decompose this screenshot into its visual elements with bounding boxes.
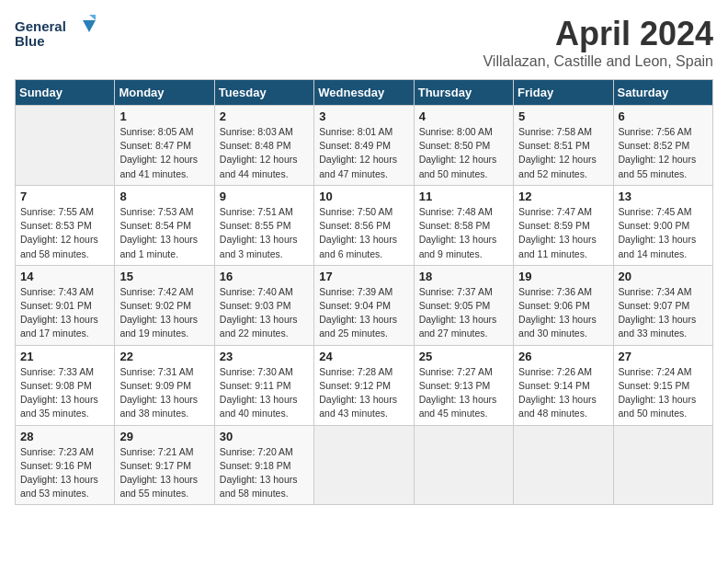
weekday-header-saturday: Saturday <box>613 80 712 106</box>
calendar-cell: 11Sunrise: 7:48 AM Sunset: 8:58 PM Dayli… <box>414 185 513 265</box>
day-number: 17 <box>319 270 408 283</box>
day-info: Sunrise: 8:00 AM Sunset: 8:50 PM Dayligh… <box>419 125 508 181</box>
calendar-cell <box>613 425 712 505</box>
day-number: 18 <box>419 270 508 283</box>
calendar-cell: 24Sunrise: 7:28 AM Sunset: 9:12 PM Dayli… <box>314 345 414 425</box>
day-number: 22 <box>119 350 209 363</box>
day-number: 16 <box>220 270 309 283</box>
day-number: 13 <box>619 190 708 203</box>
day-number: 3 <box>319 109 408 123</box>
day-info: Sunrise: 7:34 AM Sunset: 9:07 PM Dayligh… <box>619 285 708 341</box>
day-number: 30 <box>220 430 309 443</box>
day-number: 5 <box>518 109 608 123</box>
calendar-cell: 5Sunrise: 7:58 AM Sunset: 8:51 PM Daylig… <box>514 106 613 186</box>
day-info: Sunrise: 8:05 AM Sunset: 8:47 PM Dayligh… <box>119 125 209 181</box>
logo: General Blue <box>15 15 97 55</box>
day-info: Sunrise: 7:40 AM Sunset: 9:03 PM Dayligh… <box>220 285 309 341</box>
calendar-cell: 2Sunrise: 8:03 AM Sunset: 8:48 PM Daylig… <box>214 106 313 186</box>
day-info: Sunrise: 7:33 AM Sunset: 9:08 PM Dayligh… <box>20 365 109 421</box>
calendar-cell: 16Sunrise: 7:40 AM Sunset: 9:03 PM Dayli… <box>214 265 313 345</box>
calendar-cell: 8Sunrise: 7:53 AM Sunset: 8:54 PM Daylig… <box>115 185 214 265</box>
weekday-header-sunday: Sunday <box>16 80 115 106</box>
calendar-cell: 29Sunrise: 7:21 AM Sunset: 9:17 PM Dayli… <box>115 425 214 505</box>
day-info: Sunrise: 7:28 AM Sunset: 9:12 PM Dayligh… <box>319 365 408 421</box>
calendar-cell: 15Sunrise: 7:42 AM Sunset: 9:02 PM Dayli… <box>115 265 214 345</box>
day-number: 4 <box>419 109 508 123</box>
weekday-header-monday: Monday <box>115 80 214 106</box>
calendar-cell: 14Sunrise: 7:43 AM Sunset: 9:01 PM Dayli… <box>16 265 115 345</box>
day-number: 9 <box>220 190 309 203</box>
calendar-cell <box>514 425 613 505</box>
calendar-cell: 20Sunrise: 7:34 AM Sunset: 9:07 PM Dayli… <box>613 265 712 345</box>
calendar-cell: 12Sunrise: 7:47 AM Sunset: 8:59 PM Dayli… <box>514 185 613 265</box>
calendar-cell: 30Sunrise: 7:20 AM Sunset: 9:18 PM Dayli… <box>214 425 313 505</box>
day-info: Sunrise: 7:58 AM Sunset: 8:51 PM Dayligh… <box>518 125 608 181</box>
calendar-cell: 1Sunrise: 8:05 AM Sunset: 8:47 PM Daylig… <box>115 106 214 186</box>
svg-marker-2 <box>83 20 96 32</box>
day-number: 11 <box>419 190 508 203</box>
day-info: Sunrise: 7:48 AM Sunset: 8:58 PM Dayligh… <box>419 205 508 261</box>
month-title: April 2024 <box>483 15 713 53</box>
calendar-cell: 10Sunrise: 7:50 AM Sunset: 8:56 PM Dayli… <box>314 185 414 265</box>
calendar-cell: 13Sunrise: 7:45 AM Sunset: 9:00 PM Dayli… <box>613 185 712 265</box>
day-info: Sunrise: 7:31 AM Sunset: 9:09 PM Dayligh… <box>119 365 209 421</box>
day-info: Sunrise: 7:56 AM Sunset: 8:52 PM Dayligh… <box>619 125 708 181</box>
calendar-cell: 26Sunrise: 7:26 AM Sunset: 9:14 PM Dayli… <box>514 345 613 425</box>
weekday-header-thursday: Thursday <box>414 80 513 106</box>
calendar-cell: 9Sunrise: 7:51 AM Sunset: 8:55 PM Daylig… <box>214 185 313 265</box>
weekday-header-tuesday: Tuesday <box>214 80 313 106</box>
day-info: Sunrise: 7:39 AM Sunset: 9:04 PM Dayligh… <box>319 285 408 341</box>
day-number: 24 <box>319 350 408 363</box>
day-number: 25 <box>419 350 508 363</box>
day-number: 2 <box>220 109 309 123</box>
day-number: 6 <box>619 109 708 123</box>
day-info: Sunrise: 7:43 AM Sunset: 9:01 PM Dayligh… <box>20 285 109 341</box>
calendar-cell: 6Sunrise: 7:56 AM Sunset: 8:52 PM Daylig… <box>613 106 712 186</box>
day-info: Sunrise: 7:27 AM Sunset: 9:13 PM Dayligh… <box>419 365 508 421</box>
calendar-cell: 18Sunrise: 7:37 AM Sunset: 9:05 PM Dayli… <box>414 265 513 345</box>
calendar-cell: 27Sunrise: 7:24 AM Sunset: 9:15 PM Dayli… <box>613 345 712 425</box>
day-info: Sunrise: 7:37 AM Sunset: 9:05 PM Dayligh… <box>419 285 508 341</box>
day-info: Sunrise: 7:55 AM Sunset: 8:53 PM Dayligh… <box>20 205 109 261</box>
page-header: General Blue April 2024 Villalazan, Cast… <box>15 15 713 70</box>
day-number: 1 <box>119 109 209 123</box>
day-number: 27 <box>619 350 708 363</box>
day-info: Sunrise: 8:03 AM Sunset: 8:48 PM Dayligh… <box>220 125 309 181</box>
day-number: 12 <box>518 190 608 203</box>
calendar-table: SundayMondayTuesdayWednesdayThursdayFrid… <box>15 79 713 505</box>
calendar-cell: 28Sunrise: 7:23 AM Sunset: 9:16 PM Dayli… <box>16 425 115 505</box>
day-info: Sunrise: 7:50 AM Sunset: 8:56 PM Dayligh… <box>319 205 408 261</box>
calendar-cell <box>314 425 414 505</box>
svg-marker-3 <box>89 15 96 20</box>
general-blue-logo: General Blue <box>15 15 97 55</box>
day-info: Sunrise: 7:20 AM Sunset: 9:18 PM Dayligh… <box>220 445 309 501</box>
calendar-cell: 3Sunrise: 8:01 AM Sunset: 8:49 PM Daylig… <box>314 106 414 186</box>
day-info: Sunrise: 7:30 AM Sunset: 9:11 PM Dayligh… <box>220 365 309 421</box>
day-info: Sunrise: 7:21 AM Sunset: 9:17 PM Dayligh… <box>119 445 209 501</box>
day-info: Sunrise: 7:23 AM Sunset: 9:16 PM Dayligh… <box>20 445 109 501</box>
title-block: April 2024 Villalazan, Castille and Leon… <box>483 15 713 70</box>
location-title: Villalazan, Castille and Leon, Spain <box>483 53 713 70</box>
weekday-header-wednesday: Wednesday <box>314 80 414 106</box>
calendar-cell: 21Sunrise: 7:33 AM Sunset: 9:08 PM Dayli… <box>16 345 115 425</box>
calendar-cell: 4Sunrise: 8:00 AM Sunset: 8:50 PM Daylig… <box>414 106 513 186</box>
day-number: 14 <box>20 270 109 283</box>
svg-text:General: General <box>15 18 66 34</box>
day-info: Sunrise: 7:24 AM Sunset: 9:15 PM Dayligh… <box>619 365 708 421</box>
calendar-cell: 19Sunrise: 7:36 AM Sunset: 9:06 PM Dayli… <box>514 265 613 345</box>
day-number: 15 <box>119 270 209 283</box>
day-info: Sunrise: 7:36 AM Sunset: 9:06 PM Dayligh… <box>518 285 608 341</box>
day-number: 19 <box>518 270 608 283</box>
weekday-header-friday: Friday <box>514 80 613 106</box>
calendar-cell: 25Sunrise: 7:27 AM Sunset: 9:13 PM Dayli… <box>414 345 513 425</box>
calendar-cell <box>414 425 513 505</box>
day-number: 8 <box>119 190 209 203</box>
day-number: 28 <box>20 430 109 443</box>
day-number: 7 <box>20 190 109 203</box>
calendar-cell: 23Sunrise: 7:30 AM Sunset: 9:11 PM Dayli… <box>214 345 313 425</box>
day-info: Sunrise: 7:51 AM Sunset: 8:55 PM Dayligh… <box>220 205 309 261</box>
day-info: Sunrise: 7:26 AM Sunset: 9:14 PM Dayligh… <box>518 365 608 421</box>
calendar-cell: 22Sunrise: 7:31 AM Sunset: 9:09 PM Dayli… <box>115 345 214 425</box>
day-number: 23 <box>220 350 309 363</box>
day-info: Sunrise: 8:01 AM Sunset: 8:49 PM Dayligh… <box>319 125 408 181</box>
